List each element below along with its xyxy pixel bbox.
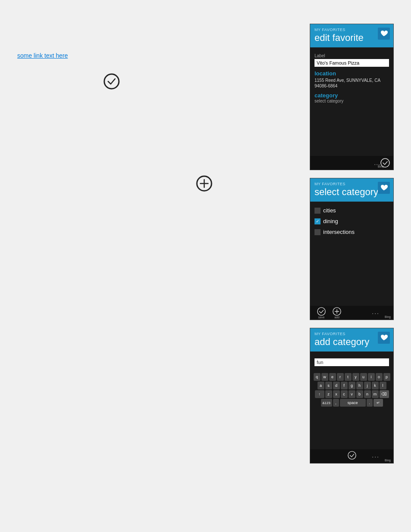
key-shift[interactable]: ↑ <box>315 390 324 398</box>
kb-row-1: q w e r t y u i o p <box>311 373 392 381</box>
key-o[interactable]: o <box>376 373 383 381</box>
category-dining[interactable]: ✓ dining <box>314 216 389 227</box>
key-a[interactable]: a <box>318 382 324 389</box>
key-b[interactable]: b <box>356 390 363 398</box>
dining-label: dining <box>323 218 338 224</box>
screen1-logo: Bing <box>378 164 391 168</box>
kb-row-3: ↑ z x c v b n m ⌫ <box>311 390 392 398</box>
screen1-input[interactable]: Vito's Famous Pizza <box>314 59 389 67</box>
key-v[interactable]: v <box>349 390 355 398</box>
screen3-dots: ... <box>372 452 380 459</box>
key-enter[interactable]: ↵ <box>374 399 383 407</box>
screen2-body: cities ✓ dining intersections <box>310 202 393 241</box>
key-i[interactable]: i <box>368 373 375 381</box>
key-q[interactable]: q <box>314 373 321 381</box>
svg-point-6 <box>318 307 325 315</box>
screen2-bottom: save add ... Bing <box>310 306 393 320</box>
key-c[interactable]: c <box>341 390 348 398</box>
key-f[interactable]: f <box>341 382 348 389</box>
screen-add-category: MY FAVORITES add category fun q w e r t … <box>310 328 394 464</box>
key-x[interactable]: x <box>333 390 340 398</box>
key-j[interactable]: j <box>364 382 371 389</box>
screen1-location-text: 1155 Reed Ave, SUNNYVALE, CA94086-6864 <box>314 78 389 89</box>
screen-edit-favorite: MY FAVORITES edit favorite Label Vito's … <box>310 24 394 170</box>
checkbox-intersections[interactable] <box>314 229 321 235</box>
screen1-header: MY FAVORITES edit favorite <box>310 24 393 47</box>
screen3-logo: Bing <box>385 459 391 462</box>
plus-circle-icon <box>196 175 212 192</box>
phones-container: MY FAVORITES edit favorite Label Vito's … <box>310 24 394 464</box>
page-link[interactable]: some link text here <box>17 52 68 59</box>
key-d[interactable]: d <box>333 382 340 389</box>
key-backspace[interactable]: ⌫ <box>380 390 389 398</box>
key-e[interactable]: e <box>329 373 336 381</box>
screen1-category-sub[interactable]: select category <box>314 99 389 103</box>
key-z[interactable]: z <box>325 390 332 398</box>
screen1-location-label: location <box>314 70 389 77</box>
kb-row-2: a s d f g h j k l <box>311 382 392 389</box>
svg-text:Bing: Bing <box>378 165 384 168</box>
key-p[interactable]: p <box>383 373 390 381</box>
screen3-header-icon <box>378 332 390 344</box>
screen3-check-btn[interactable] <box>348 451 356 461</box>
left-content: some link text here <box>17 52 68 59</box>
category-intersections[interactable]: intersections <box>314 227 389 237</box>
cities-label: cities <box>323 207 336 214</box>
screen3-input[interactable]: fun <box>314 358 389 366</box>
key-s[interactable]: s <box>325 382 332 389</box>
keyboard: q w e r t y u i o p a s d f g h j k l <box>310 371 393 409</box>
key-n[interactable]: n <box>364 390 371 398</box>
screen3-bottom: ... Bing <box>310 449 393 463</box>
screen1-header-icon <box>378 28 390 40</box>
screen2-save-btn[interactable]: save <box>317 307 326 319</box>
kb-row-4: &123 , space . ↵ <box>311 399 392 407</box>
key-u[interactable]: u <box>360 373 367 381</box>
screen3-header: MY FAVORITES add category <box>310 328 393 352</box>
key-space[interactable]: space <box>340 399 366 407</box>
key-comma[interactable]: , <box>333 399 339 407</box>
screen-select-category: MY FAVORITES select category cities ✓ di… <box>310 178 394 320</box>
category-cities[interactable]: cities <box>314 205 389 216</box>
key-123[interactable]: &123 <box>321 399 332 407</box>
key-l[interactable]: l <box>380 382 386 389</box>
key-y[interactable]: y <box>352 373 359 381</box>
key-w[interactable]: w <box>321 373 328 381</box>
screen2-dots: ... <box>372 308 380 315</box>
screen2-logo: Bing <box>385 315 391 318</box>
key-m[interactable]: m <box>372 390 379 398</box>
screen2-add-btn[interactable]: add <box>333 307 341 319</box>
key-g[interactable]: g <box>349 382 355 389</box>
screen2-header-icon <box>378 182 390 194</box>
key-dot[interactable]: . <box>367 399 373 407</box>
intersections-label: intersections <box>323 229 355 235</box>
screen1-label-field: Label <box>314 53 389 58</box>
screen1-category-label: category <box>314 92 389 99</box>
key-h[interactable]: h <box>356 382 363 389</box>
svg-point-0 <box>104 74 119 89</box>
screen2-header: MY FAVORITES select category <box>310 178 393 202</box>
add-label: add <box>334 316 339 319</box>
svg-point-10 <box>348 451 355 459</box>
circle-check-icon <box>103 73 120 90</box>
key-k[interactable]: k <box>372 382 379 389</box>
key-t[interactable]: t <box>345 373 352 381</box>
key-r[interactable]: r <box>337 373 344 381</box>
checkbox-cities[interactable] <box>314 208 321 214</box>
screen1-bottom: ... Bing <box>310 156 393 170</box>
checkbox-dining[interactable]: ✓ <box>314 218 321 224</box>
screen1-body: Label Vito's Famous Pizza location 1155 … <box>310 47 393 107</box>
save-label: save <box>318 316 325 319</box>
screen3-body: fun <box>310 352 393 371</box>
